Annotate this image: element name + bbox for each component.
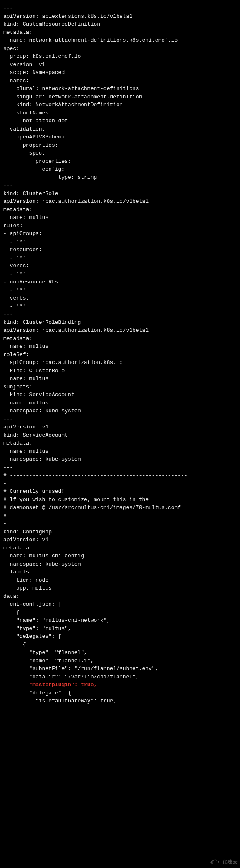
code-line: ---: [3, 310, 237, 319]
code-line: apiVersion: rbac.authorization.k8s.io/v1…: [3, 326, 237, 335]
code-line: kind: ServiceAccount: [3, 431, 237, 440]
code-line: apiVersion: rbac.authorization.k8s.io/v1…: [3, 197, 237, 206]
code-line: name: multus: [3, 375, 237, 383]
code-line: "masterplugin": true,: [3, 681, 237, 689]
code-line: verbs:: [3, 294, 237, 302]
code-line: properties:: [3, 157, 237, 166]
code-line: # --------------------------------------…: [3, 471, 237, 480]
code-line: group: k8s.cni.cncf.io: [3, 52, 237, 61]
code-line: rules:: [3, 222, 237, 230]
highlighted-text: "masterplugin": true,: [29, 682, 97, 688]
code-line: roleRef:: [3, 351, 237, 359]
code-line: name: multus: [3, 342, 237, 351]
code-line: metadata:: [3, 206, 237, 214]
code-line: - nonResourceURLs:: [3, 278, 237, 286]
code-line: scope: Namespaced: [3, 69, 237, 77]
code-line: plural: network-attachment-definitions: [3, 85, 237, 93]
code-line: spec:: [3, 149, 237, 157]
code-line: namespace: kube-system: [3, 560, 237, 568]
code-line: - apiGroups:: [3, 230, 237, 238]
code-line: "delegates": [: [3, 633, 237, 641]
code-line: singular: network-attachment-definition: [3, 93, 237, 101]
code-line: app: multus: [3, 584, 237, 592]
code-line: subjects:: [3, 383, 237, 391]
code-line: openAPIV3Schema:: [3, 133, 237, 141]
code-line: verbs:: [3, 262, 237, 270]
code-line: "delegate": {: [3, 689, 237, 697]
code-line: "type": "flannel",: [3, 649, 237, 657]
code-line: name: multus: [3, 447, 237, 456]
code-line: kind: ClusterRoleBinding: [3, 319, 237, 327]
code-line: "dataDir": "/var/lib/cni/flannel",: [3, 673, 237, 681]
code-line: -: [3, 520, 237, 528]
code-line: name: multus: [3, 214, 237, 222]
code-line: kind: ConfigMap: [3, 528, 237, 536]
code-line: tier: node: [3, 576, 237, 585]
code-line: name: multus: [3, 399, 237, 407]
code-line: ---: [3, 464, 237, 472]
code-line: kind: ClusterRole: [3, 367, 237, 375]
code-line: spec:: [3, 45, 237, 53]
code-line: metadata:: [3, 335, 237, 343]
code-line: metadata:: [3, 29, 237, 37]
code-line: "type": "multus",: [3, 625, 237, 633]
code-line: metadata:: [3, 439, 237, 447]
code-line: "isDefaultGateway": true,: [3, 697, 237, 705]
code-line: apiVersion: v1: [3, 423, 237, 431]
code-line: type: string: [3, 174, 237, 182]
code-line: "name": "flannel.1",: [3, 657, 237, 665]
code-line: - '*': [3, 238, 237, 246]
code-line: - '*': [3, 270, 237, 278]
code-line: ---: [3, 415, 237, 423]
code-line: - '*': [3, 254, 237, 262]
code-line: properties:: [3, 141, 237, 150]
code-line: metadata:: [3, 544, 237, 552]
code-line: - '*': [3, 286, 237, 295]
code-line: {: [3, 609, 237, 617]
code-line: shortNames:: [3, 109, 237, 117]
code-line: apiVersion: v1: [3, 536, 237, 544]
code-line: # If you wish to customize, mount this i…: [3, 496, 237, 504]
code-line: - '*': [3, 302, 237, 311]
code-line: name: network-attachment-definitions.k8s…: [3, 36, 237, 45]
code-line: config:: [3, 165, 237, 174]
code-line: kind: NetworkAttachmentDefinition: [3, 101, 237, 109]
code-line: "subnetFile": "/run/flannel/subnet.env",: [3, 665, 237, 673]
code-block: ---apiVersion: apiextensions.k8s.io/v1be…: [0, 0, 240, 718]
code-line: kind: CustomResourceDefinition: [3, 20, 237, 29]
code-line: "name": "multus-cni-network",: [3, 616, 237, 625]
code-line: data:: [3, 592, 237, 601]
code-line: names:: [3, 77, 237, 85]
code-line: namespace: kube-system: [3, 455, 237, 464]
code-line: # daemonset @ /usr/src/multus-cni/images…: [3, 504, 237, 512]
code-line: namespace: kube-system: [3, 407, 237, 415]
code-line: version: v1: [3, 61, 237, 69]
code-line: ---: [3, 181, 237, 190]
code-line: # Currently unused!: [3, 488, 237, 496]
code-line: validation:: [3, 125, 237, 133]
code-line: apiGroup: rbac.authorization.k8s.io: [3, 359, 237, 367]
code-line: kind: ClusterRole: [3, 190, 237, 198]
code-line: apiVersion: apiextensions.k8s.io/v1beta1: [3, 12, 237, 21]
code-line: -: [3, 480, 237, 488]
code-line: {: [3, 641, 237, 649]
code-line: name: multus-cni-config: [3, 552, 237, 560]
code-line: labels:: [3, 568, 237, 576]
code-line: - net-attach-def: [3, 117, 237, 125]
code-line: resources:: [3, 246, 237, 254]
code-line: ---: [3, 4, 237, 12]
code-line: # --------------------------------------…: [3, 512, 237, 520]
code-line: - kind: ServiceAccount: [3, 391, 237, 399]
code-line: cni-conf.json: |: [3, 600, 237, 609]
